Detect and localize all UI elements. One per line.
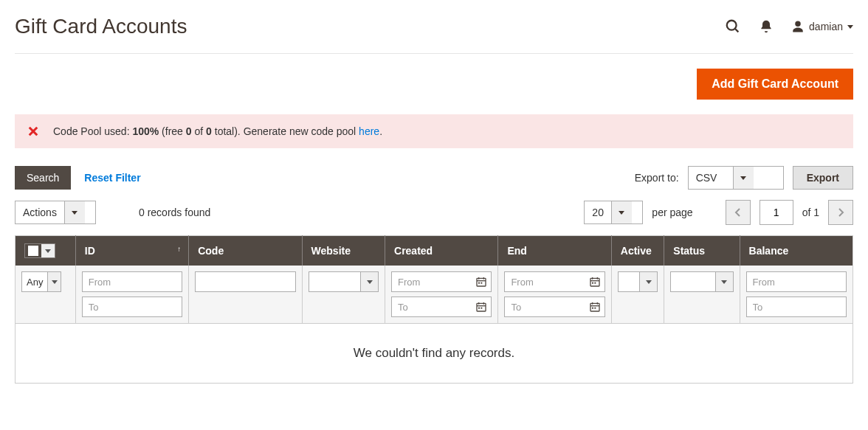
no-records-message: We couldn't find any records. xyxy=(16,324,853,384)
col-end[interactable]: End xyxy=(498,236,611,266)
filter-active-select[interactable] xyxy=(618,271,658,292)
col-id[interactable]: ID↑ xyxy=(75,236,188,266)
user-menu[interactable]: damian xyxy=(791,20,853,33)
notifications-icon[interactable] xyxy=(759,19,774,34)
svg-rect-24 xyxy=(592,308,593,309)
filter-website-select[interactable] xyxy=(309,271,379,292)
filter-id-from[interactable] xyxy=(82,271,182,292)
filter-id-to[interactable] xyxy=(82,297,182,317)
per-page-label: per page xyxy=(652,207,692,218)
col-select-all[interactable] xyxy=(16,236,76,266)
chevron-down-icon xyxy=(360,272,378,291)
chevron-down-icon xyxy=(715,272,733,291)
col-created[interactable]: Created xyxy=(385,236,498,266)
error-icon xyxy=(27,125,40,138)
chevron-down-icon xyxy=(733,167,754,189)
svg-rect-19 xyxy=(594,282,596,284)
svg-rect-6 xyxy=(478,282,480,284)
filter-code[interactable] xyxy=(195,271,295,292)
records-found-label: 0 records found xyxy=(139,207,210,218)
page-input[interactable] xyxy=(760,200,793,225)
col-active[interactable]: Active xyxy=(611,236,664,266)
svg-rect-18 xyxy=(592,282,593,284)
search-button[interactable]: Search xyxy=(15,166,71,190)
chevron-down-icon xyxy=(47,272,61,291)
col-balance[interactable]: Balance xyxy=(740,236,852,266)
col-status[interactable]: Status xyxy=(664,236,740,266)
of-total-label: of 1 xyxy=(802,207,819,218)
export-button[interactable]: Export xyxy=(793,166,853,190)
reset-filter-link[interactable]: Reset Filter xyxy=(84,172,140,184)
export-to-label: Export to: xyxy=(635,172,679,184)
chevron-down-icon xyxy=(611,201,632,223)
svg-rect-25 xyxy=(594,308,596,309)
svg-rect-7 xyxy=(481,282,483,284)
filter-status-select[interactable] xyxy=(670,271,733,292)
calendar-icon[interactable] xyxy=(588,299,602,314)
filter-balance-from[interactable] xyxy=(746,271,847,292)
chevron-down-icon xyxy=(639,272,657,291)
svg-rect-13 xyxy=(481,308,483,309)
per-page-select[interactable]: 20 xyxy=(584,201,643,224)
username-label: damian xyxy=(809,21,843,32)
actions-select[interactable]: Actions xyxy=(15,201,96,224)
col-code[interactable]: Code xyxy=(189,236,302,266)
message-text: Code Pool used: 100% (free 0 of 0 total)… xyxy=(53,125,382,137)
page-title: Gift Card Accounts xyxy=(15,15,187,38)
filter-balance-to[interactable] xyxy=(746,297,847,317)
calendar-icon[interactable] xyxy=(474,299,489,314)
chevron-down-icon xyxy=(64,201,85,223)
prev-page-button[interactable] xyxy=(726,200,751,225)
export-format-select[interactable]: CSV xyxy=(688,166,784,190)
svg-rect-12 xyxy=(478,308,480,309)
calendar-icon[interactable] xyxy=(474,274,489,289)
svg-line-1 xyxy=(735,29,739,32)
code-pool-message: Code Pool used: 100% (free 0 of 0 total)… xyxy=(15,114,853,148)
user-icon xyxy=(791,20,805,33)
filter-select-any[interactable]: Any xyxy=(21,271,61,292)
col-website[interactable]: Website xyxy=(302,236,385,266)
svg-point-0 xyxy=(727,21,737,30)
add-gift-card-account-button[interactable]: Add Gift Card Account xyxy=(697,69,853,100)
calendar-icon[interactable] xyxy=(588,274,602,289)
next-page-button[interactable] xyxy=(828,200,853,225)
generate-code-pool-link[interactable]: here xyxy=(359,125,379,137)
search-icon[interactable] xyxy=(725,18,741,35)
chevron-down-icon xyxy=(847,25,853,29)
